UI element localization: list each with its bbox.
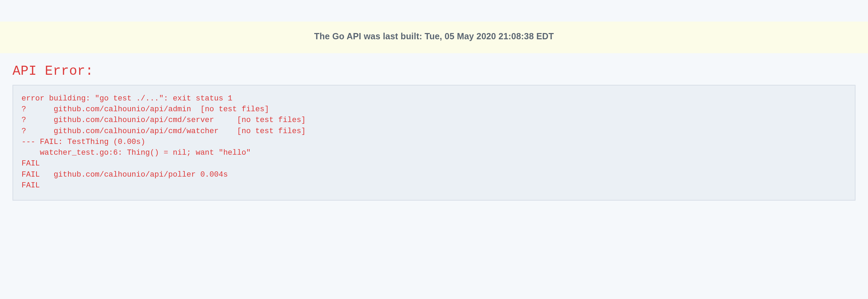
- build-status-text: The Go API was last built: Tue, 05 May 2…: [314, 31, 554, 41]
- error-output-text: error building: "go test ./...": exit st…: [22, 93, 846, 191]
- page-container: The Go API was last built: Tue, 05 May 2…: [0, 22, 868, 225]
- api-error-heading: API Error:: [12, 64, 856, 79]
- build-status-banner: The Go API was last built: Tue, 05 May 2…: [0, 22, 868, 53]
- error-output-box: error building: "go test ./...": exit st…: [12, 85, 856, 201]
- bottom-spacer: [0, 201, 868, 225]
- content-area: API Error: error building: "go test ./..…: [0, 53, 868, 201]
